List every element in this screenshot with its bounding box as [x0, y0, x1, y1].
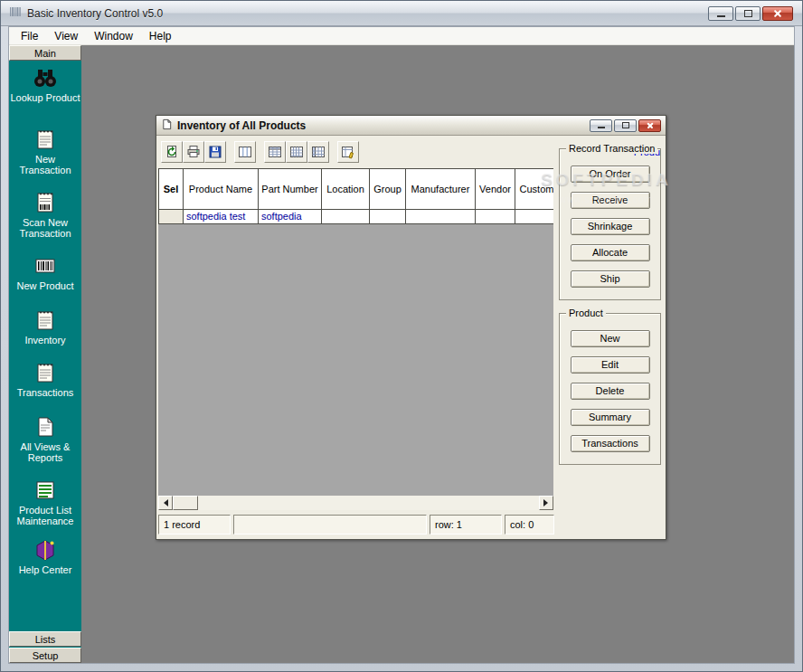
delete-button[interactable]: Delete [571, 383, 650, 400]
save-icon [208, 145, 222, 159]
toolbar-grid-view-button[interactable] [264, 141, 286, 163]
columns-icon [238, 145, 252, 159]
menu-help[interactable]: Help [141, 28, 180, 44]
minimize-icon [717, 15, 725, 17]
column-header-group[interactable]: Group [370, 169, 406, 210]
sidebar-item-inventory[interactable]: Inventory [9, 308, 81, 345]
scrollbar-track[interactable] [198, 496, 539, 510]
maximize-button[interactable] [735, 6, 760, 21]
cell-group[interactable] [370, 210, 406, 224]
sidebar-item-new-transaction[interactable]: New Transaction [9, 127, 81, 175]
toolbar-properties-button[interactable] [337, 141, 359, 163]
sidebar-item-new-product[interactable]: New Product [9, 253, 81, 291]
scroll-right-button[interactable] [539, 496, 553, 510]
sidebar-item-transactions[interactable]: Transactions [9, 360, 81, 398]
scrollbar-thumb[interactable] [173, 496, 198, 510]
maximize-icon [622, 122, 629, 128]
cell-manufacturer[interactable] [406, 210, 476, 224]
cell-location[interactable] [322, 210, 370, 224]
shrinkage-button[interactable]: Shrinkage [571, 218, 650, 235]
minimize-icon [598, 127, 605, 128]
toolbar-grid-keyed-button[interactable] [307, 141, 329, 163]
close-icon [773, 9, 782, 18]
column-header-product-name[interactable]: Product Name [184, 169, 259, 210]
edit-button[interactable]: Edit [571, 356, 650, 374]
sidebar-item-scan-new-transaction[interactable]: Scan New Transaction [9, 190, 81, 239]
column-header-vendor[interactable]: Vendor [476, 169, 515, 210]
ship-button[interactable]: Ship [571, 270, 650, 288]
table-area: Sel Product Name Part Number Location Gr… [158, 168, 553, 510]
cell-part-number[interactable]: softpedia [259, 210, 322, 224]
print-icon [186, 145, 201, 159]
transactions-button[interactable]: Transactions [571, 435, 650, 452]
column-header-manufacturer[interactable]: Manufacturer [406, 169, 476, 210]
sidebar-item-label: New Product [16, 280, 75, 291]
group-title: Record Transaction [566, 143, 657, 154]
sidebar-item-label: Transactions [16, 387, 75, 398]
status-record-count: 1 record [158, 515, 231, 535]
mdi-workspace: Inventory of All Products [81, 45, 794, 663]
titlebar: Basic Inventory Control v5.0 [1, 1, 802, 26]
toolbar-refresh-button[interactable] [161, 141, 183, 163]
cell-custom[interactable] [515, 210, 553, 224]
action-panel: Record Transaction On Order Receive Shri… [556, 143, 664, 508]
child-close-button[interactable] [638, 119, 661, 132]
sidebar-item-label: Lookup Product [9, 92, 80, 103]
horizontal-scrollbar[interactable] [158, 496, 553, 510]
column-header-location[interactable]: Location [322, 169, 370, 210]
empty-grid-area [158, 224, 553, 496]
status-bar: 1 record row: 1 col: 0 [158, 514, 664, 535]
sidebar-tab-lists[interactable]: Lists [9, 631, 81, 647]
summary-button[interactable]: Summary [571, 409, 650, 426]
column-header-part-number[interactable]: Part Number [259, 169, 322, 210]
minimize-button[interactable] [708, 6, 733, 21]
sidebar-item-product-list-maintenance[interactable]: Product List Maintenance [9, 478, 81, 526]
sidebar-item-lookup-product[interactable]: Lookup Product [9, 65, 81, 103]
menu-file[interactable]: File [13, 28, 46, 44]
binoculars-icon [33, 65, 58, 90]
sidebar-item-label: Inventory [24, 335, 66, 345]
grid-keyed-icon [311, 145, 326, 159]
menu-view[interactable]: View [46, 28, 86, 44]
toolbar-columns-button[interactable] [234, 141, 256, 163]
document-icon [161, 118, 173, 134]
new-button[interactable]: New [571, 330, 650, 347]
child-caption-buttons [590, 119, 661, 132]
arrow-right-icon [543, 499, 552, 506]
child-minimize-button[interactable] [590, 119, 612, 132]
reports-document-icon [33, 414, 58, 440]
row-selector-cell[interactable] [159, 210, 184, 224]
scroll-left-button[interactable] [158, 496, 173, 510]
toolbar-save-button[interactable] [204, 141, 226, 163]
product-group: Product New Edit Delete Summary Transact… [559, 313, 661, 465]
inventory-window: Inventory of All Products [156, 115, 666, 540]
receive-button[interactable]: Receive [571, 192, 650, 209]
cell-product-name[interactable]: softpedia test [184, 210, 259, 224]
column-header-sel[interactable]: Sel [159, 169, 184, 210]
products-table: Sel Product Name Part Number Location Gr… [158, 168, 553, 224]
toolbar-print-button[interactable] [183, 141, 204, 163]
child-maximize-button[interactable] [614, 119, 637, 132]
sidebar-tab-setup[interactable]: Setup [9, 648, 81, 663]
arrow-left-icon [160, 499, 168, 506]
app-window: Basic Inventory Control v5.0 File View W… [0, 0, 803, 672]
menu-window[interactable]: Window [86, 28, 141, 44]
child-window-title: Inventory of All Products [177, 119, 306, 132]
cell-vendor[interactable] [476, 210, 515, 224]
refresh-icon [165, 145, 179, 159]
menu-bar: File View Window Help [9, 27, 794, 45]
sidebar-tab-main[interactable]: Main [9, 45, 81, 61]
window-title: Basic Inventory Control v5.0 [27, 7, 163, 20]
sidebar: Main Lookup Product New Transaction [9, 45, 81, 663]
close-button[interactable] [762, 6, 793, 21]
column-header-custom[interactable]: Custom [515, 169, 553, 210]
sidebar-item-all-views-reports[interactable]: All Views & Reports [9, 414, 81, 463]
toolbar-grid-dense-button[interactable] [286, 141, 307, 163]
product-list-icon [33, 478, 58, 503]
status-col: col: 0 [505, 515, 554, 535]
sidebar-item-label: Help Center [18, 564, 73, 575]
sidebar-item-help-center[interactable]: Help Center [9, 537, 81, 575]
on-order-button[interactable]: On Order [571, 166, 650, 183]
allocate-button[interactable]: Allocate [571, 244, 650, 261]
maximize-icon [744, 10, 752, 17]
